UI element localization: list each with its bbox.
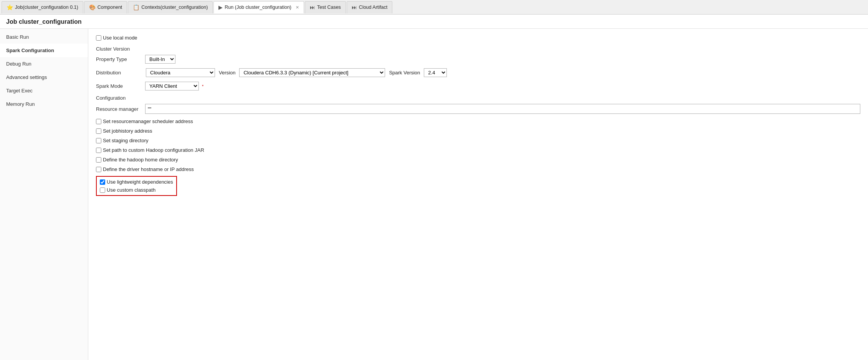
sidebar-item-memory-run[interactable]: Memory Run	[0, 97, 88, 111]
set-path-hadoop-label[interactable]: Set path to custom Hadoop configuration …	[103, 147, 204, 153]
set-staging-row: Set staging directory	[96, 138, 860, 143]
cloud-artifact-icon: ⏭	[352, 4, 357, 10]
use-lightweight-label[interactable]: Use lightweight dependencies	[107, 179, 173, 185]
component-icon: 🎨	[89, 4, 96, 10]
sidebar: Basic Run Spark Configuration Debug Run …	[0, 29, 88, 360]
contexts-icon: 📋	[133, 4, 139, 10]
tab-contexts-label: Contexts(cluster_configuration)	[141, 5, 208, 10]
configuration-label: Configuration	[96, 95, 860, 101]
tab-test-cases[interactable]: ⏭ Test Cases	[305, 1, 346, 13]
star-icon: ⭐	[7, 4, 13, 10]
tab-run[interactable]: ▶ Run (Job cluster_configuration) ✕	[213, 1, 304, 13]
spark-mode-row: Spark Mode YARN Client YARN Cluster Loca…	[96, 82, 860, 90]
spark-version-select[interactable]: 2.4 2.3 2.2	[424, 68, 447, 77]
set-staging-label[interactable]: Set staging directory	[103, 138, 149, 143]
sidebar-item-basic-run-label: Basic Run	[6, 34, 29, 40]
define-driver-hostname-checkbox[interactable]	[96, 167, 101, 172]
tab-run-close[interactable]: ✕	[296, 5, 299, 10]
use-local-mode-label[interactable]: Use local mode	[103, 35, 137, 41]
use-local-mode-row: Use local mode	[96, 35, 860, 41]
resource-manager-input[interactable]	[145, 104, 860, 114]
use-custom-classpath-label[interactable]: Use custom classpath	[107, 187, 155, 193]
set-resourcemanager-label[interactable]: Set resourcemanager scheduler address	[103, 118, 193, 124]
use-custom-classpath-checkbox[interactable]	[100, 187, 105, 193]
property-type-select[interactable]: Built-In Custom	[145, 55, 175, 64]
sidebar-item-basic-run[interactable]: Basic Run	[0, 30, 88, 44]
distribution-label: Distribution	[96, 70, 142, 76]
tab-component[interactable]: 🎨 Component	[84, 1, 127, 13]
sidebar-item-memory-run-label: Memory Run	[6, 101, 35, 107]
spark-version-label: Spark Version	[389, 70, 420, 76]
tab-contexts[interactable]: 📋 Contexts(cluster_configuration)	[128, 1, 213, 13]
set-resourcemanager-checkbox[interactable]	[96, 119, 101, 124]
version-label: Version	[219, 70, 235, 76]
run-icon: ▶	[218, 4, 223, 10]
set-jobhistory-row: Set jobhistory address	[96, 128, 860, 134]
define-hadoop-home-row: Define the hadoop home directory	[96, 157, 860, 163]
spark-mode-label: Spark Mode	[96, 83, 142, 89]
sidebar-item-advanced-settings-label: Advanced settings	[6, 74, 47, 80]
set-staging-checkbox[interactable]	[96, 138, 101, 143]
content-panel: Use local mode Cluster Version Property …	[88, 29, 868, 360]
define-hadoop-home-label[interactable]: Define the hadoop home directory	[103, 157, 178, 163]
sidebar-item-advanced-settings[interactable]: Advanced settings	[0, 71, 88, 84]
property-type-row: Property Type Built-In Custom	[96, 55, 860, 64]
use-lightweight-checkbox[interactable]	[100, 179, 105, 185]
sidebar-item-target-exec-label: Target Exec	[6, 88, 33, 94]
sidebar-item-debug-run-label: Debug Run	[6, 61, 31, 67]
resource-manager-label: Resource manager	[96, 106, 142, 112]
define-driver-hostname-row: Define the driver hostname or IP address	[96, 166, 860, 172]
sidebar-item-spark-configuration[interactable]: Spark Configuration	[0, 44, 88, 57]
tab-job-label: Job(cluster_configuration 0.1)	[15, 5, 78, 10]
distribution-select[interactable]: Cloudera Hortonworks MapR Amazon EMR	[146, 68, 215, 77]
sidebar-item-spark-configuration-label: Spark Configuration	[6, 48, 54, 53]
use-local-mode-checkbox[interactable]	[96, 35, 101, 41]
highlighted-checkboxes-box: Use lightweight dependencies Use custom …	[96, 176, 177, 196]
define-hadoop-home-checkbox[interactable]	[96, 157, 101, 163]
cluster-version-label: Cluster Version	[96, 46, 860, 52]
spark-mode-asterisk: *	[202, 84, 203, 89]
page: Job cluster_configuration Basic Run Spar…	[0, 15, 868, 360]
tab-cloud-artifact-label: Cloud Artifact	[359, 5, 387, 10]
sidebar-item-target-exec[interactable]: Target Exec	[0, 84, 88, 97]
version-select[interactable]: Cloudera CDH6.3.3 (Dynamic) [Current pro…	[239, 68, 385, 77]
set-jobhistory-label[interactable]: Set jobhistory address	[103, 128, 152, 134]
tab-job[interactable]: ⭐ Job(cluster_configuration 0.1)	[2, 1, 83, 13]
sidebar-item-debug-run[interactable]: Debug Run	[0, 57, 88, 71]
tab-bar: ⭐ Job(cluster_configuration 0.1) 🎨 Compo…	[0, 0, 868, 15]
page-title: Job cluster_configuration	[0, 15, 868, 29]
tab-cloud-artifact[interactable]: ⏭ Cloud Artifact	[347, 1, 392, 13]
set-resourcemanager-row: Set resourcemanager scheduler address	[96, 118, 860, 124]
main-content: Basic Run Spark Configuration Debug Run …	[0, 29, 868, 360]
set-path-hadoop-row: Set path to custom Hadoop configuration …	[96, 147, 860, 153]
use-custom-classpath-row: Use custom classpath	[100, 187, 173, 193]
use-lightweight-row: Use lightweight dependencies	[100, 179, 173, 185]
spark-mode-select[interactable]: YARN Client YARN Cluster Local	[145, 82, 199, 90]
define-driver-hostname-label[interactable]: Define the driver hostname or IP address	[103, 166, 194, 172]
resource-manager-row: Resource manager	[96, 104, 860, 114]
set-path-hadoop-checkbox[interactable]	[96, 148, 101, 153]
set-jobhistory-checkbox[interactable]	[96, 128, 101, 134]
test-cases-icon: ⏭	[310, 4, 315, 10]
distribution-version-row: Distribution Cloudera Hortonworks MapR A…	[96, 68, 860, 77]
tab-test-cases-label: Test Cases	[317, 5, 341, 10]
tab-component-label: Component	[98, 5, 122, 10]
tab-run-label: Run (Job cluster_configuration)	[225, 5, 291, 10]
property-type-label: Property Type	[96, 56, 142, 62]
